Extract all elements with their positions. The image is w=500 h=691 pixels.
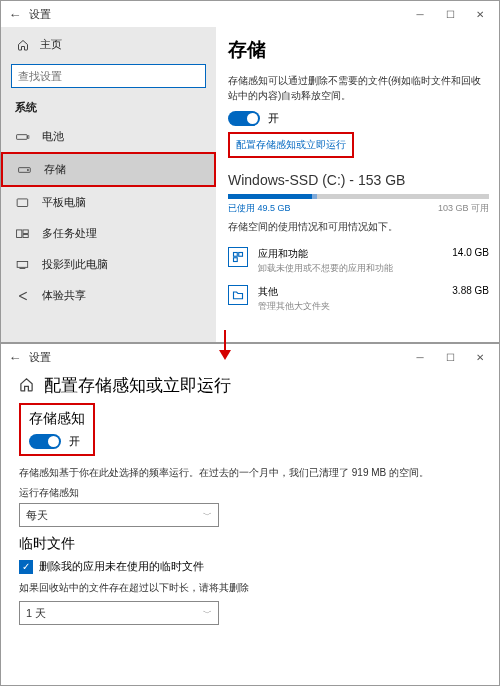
sidebar-item-label: 平板电脑 xyxy=(42,195,86,210)
settings-storage-window: ← 设置 ─ ☐ ✕ 主页 系统 电池 存储 xyxy=(0,0,500,343)
sidebar-item-label: 存储 xyxy=(44,162,66,177)
delete-temp-checkbox[interactable]: ✓ xyxy=(19,560,33,574)
multitask-icon xyxy=(15,227,30,240)
sense-header: 存储感知 xyxy=(29,410,85,428)
battery-icon xyxy=(15,130,30,143)
sidebar-item-multitask[interactable]: 多任务处理 xyxy=(1,218,216,249)
run-label: 运行存储感知 xyxy=(19,486,481,500)
category-sub: 管理其他大文件夹 xyxy=(258,300,489,313)
annotation-arrow-icon xyxy=(210,330,240,360)
chevron-down-icon: ﹀ xyxy=(203,509,212,522)
sidebar-item-shared[interactable]: 体验共享 xyxy=(1,280,216,311)
svg-rect-10 xyxy=(239,253,243,257)
sense-toggle-highlight: 存储感知 开 xyxy=(19,403,95,456)
window-title: 设置 xyxy=(29,7,51,22)
storage-sense-toggle[interactable] xyxy=(228,111,260,126)
project-icon xyxy=(15,258,30,271)
search-input[interactable] xyxy=(11,64,206,88)
toggle-label: 开 xyxy=(69,434,80,449)
storage-sense-desc: 存储感知可以通过删除不需要的文件(例如临时文件和回收站中的内容)自动释放空间。 xyxy=(228,73,489,103)
svg-point-3 xyxy=(27,169,28,170)
sidebar-item-label: 多任务处理 xyxy=(42,226,97,241)
minimize-button[interactable]: ─ xyxy=(405,2,435,26)
svg-rect-8 xyxy=(17,261,28,267)
storage-sense-toggle[interactable] xyxy=(29,434,61,449)
svg-rect-6 xyxy=(23,229,28,233)
svg-rect-11 xyxy=(234,258,238,262)
sidebar-home-label: 主页 xyxy=(40,37,62,52)
sidebar-home[interactable]: 主页 xyxy=(1,31,216,58)
category-sub: 卸载未使用或不想要的应用和功能 xyxy=(258,262,489,275)
category-other[interactable]: 其他3.88 GB 管理其他大文件夹 xyxy=(228,280,489,318)
sidebar-item-label: 投影到此电脑 xyxy=(42,257,108,272)
select-value: 每天 xyxy=(26,508,48,523)
svg-rect-9 xyxy=(234,253,238,257)
tablet-icon xyxy=(15,196,30,209)
select-value: 1 天 xyxy=(26,606,46,621)
sidebar: 主页 系统 电池 存储 平板电脑 多任务处理 xyxy=(1,27,216,342)
drive-free-label: 103 GB 可用 xyxy=(438,202,489,215)
category-size: 14.0 GB xyxy=(452,247,489,261)
close-button[interactable]: ✕ xyxy=(465,2,495,26)
content-area: 存储 存储感知可以通过删除不需要的文件(例如临时文件和回收站中的内容)自动释放空… xyxy=(216,27,499,342)
recycle-note: 如果回收站中的文件存在超过以下时长，请将其删除 xyxy=(19,580,481,595)
svg-rect-0 xyxy=(16,134,26,139)
back-button[interactable]: ← xyxy=(5,350,25,365)
configure-sense-link[interactable]: 配置存储感知或立即运行 xyxy=(230,134,352,156)
category-size: 3.88 GB xyxy=(452,285,489,299)
page-title: 配置存储感知或立即运行 xyxy=(44,374,231,397)
page-title: 存储 xyxy=(228,37,489,63)
sidebar-search[interactable] xyxy=(11,64,206,88)
close-button[interactable]: ✕ xyxy=(465,345,495,369)
drive-icon xyxy=(17,163,32,176)
chevron-down-icon: ﹀ xyxy=(203,607,212,620)
svg-rect-7 xyxy=(23,234,28,237)
sidebar-item-project[interactable]: 投影到此电脑 xyxy=(1,249,216,280)
svg-rect-5 xyxy=(16,229,21,237)
drive-used-label: 已使用 49.5 GB xyxy=(228,202,291,215)
back-button[interactable]: ← xyxy=(5,7,25,22)
svg-marker-13 xyxy=(219,350,231,360)
category-name: 应用和功能 xyxy=(258,247,308,261)
apps-icon xyxy=(228,247,248,267)
sidebar-item-battery[interactable]: 电池 xyxy=(1,121,216,152)
home-icon xyxy=(15,38,30,51)
home-icon[interactable] xyxy=(19,377,34,395)
titlebar: ← 设置 ─ ☐ ✕ xyxy=(1,344,499,370)
maximize-button[interactable]: ☐ xyxy=(435,345,465,369)
folder-icon xyxy=(228,285,248,305)
sidebar-item-label: 体验共享 xyxy=(42,288,86,303)
svg-rect-4 xyxy=(17,198,28,206)
share-icon xyxy=(15,289,30,302)
window-title: 设置 xyxy=(29,350,51,365)
drive-note: 存储空间的使用情况和可用情况如下。 xyxy=(228,220,489,234)
drive-title: Windows-SSD (C:) - 153 GB xyxy=(228,172,489,188)
recycle-age-select[interactable]: 1 天 ﹀ xyxy=(19,601,219,625)
checkbox-label: 删除我的应用未在使用的临时文件 xyxy=(39,559,204,574)
svg-rect-1 xyxy=(27,135,28,137)
sense-note: 存储感知基于你在此处选择的频率运行。在过去的一个月中，我们已清理了 919 MB… xyxy=(19,465,481,480)
sidebar-section-header: 系统 xyxy=(1,96,216,121)
category-name: 其他 xyxy=(258,285,278,299)
temp-header: 临时文件 xyxy=(19,535,481,553)
content-area: 配置存储感知或立即运行 存储感知 开 存储感知基于你在此处选择的频率运行。在过去… xyxy=(1,370,499,633)
maximize-button[interactable]: ☐ xyxy=(435,2,465,26)
category-apps[interactable]: 应用和功能14.0 GB 卸载未使用或不想要的应用和功能 xyxy=(228,242,489,280)
sidebar-item-storage[interactable]: 存储 xyxy=(1,152,216,187)
titlebar: ← 设置 ─ ☐ ✕ xyxy=(1,1,499,27)
sidebar-item-tablet[interactable]: 平板电脑 xyxy=(1,187,216,218)
run-frequency-select[interactable]: 每天 ﹀ xyxy=(19,503,219,527)
drive-usage-bar xyxy=(228,194,489,199)
minimize-button[interactable]: ─ xyxy=(405,345,435,369)
settings-configure-sense-window: ← 设置 ─ ☐ ✕ 配置存储感知或立即运行 存储感知 开 存储感知基于你在此处… xyxy=(0,343,500,686)
sidebar-item-label: 电池 xyxy=(42,129,64,144)
toggle-label: 开 xyxy=(268,111,279,126)
